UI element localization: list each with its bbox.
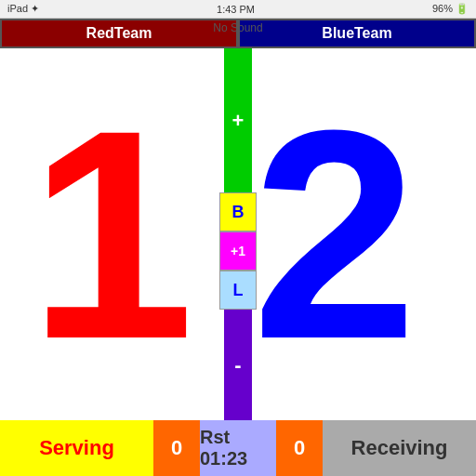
red-score-bottom[interactable]: 0 [153,420,200,476]
status-left: iPad ✦ [7,3,39,15]
timer-section[interactable]: Rst 01:23 [200,420,276,476]
l-button[interactable]: L [219,271,257,310]
status-center: 1:43 PM [217,4,255,15]
bottom-bar: Serving 0 Rst 01:23 0 Receiving [0,420,476,476]
blue-team-header[interactable]: BlueTeam [238,19,476,48]
blue-score: 2 [252,86,417,383]
team-headers: RedTeam No Sound BlueTeam [0,19,476,48]
b-label: B [232,203,245,222]
status-right: 96% 🔋 [432,3,469,15]
red-score-bottom-value: 0 [171,436,182,460]
red-team-header[interactable]: RedTeam [0,19,238,48]
l-label: L [233,281,244,300]
blue-score-bottom-value: 0 [294,436,305,460]
timer-label: Rst 01:23 [200,427,276,469]
serving-label: Serving [39,436,114,460]
plus-label: + [232,109,245,133]
blue-score-bottom[interactable]: 0 [276,420,323,476]
status-bar: iPad ✦ 1:43 PM 96% 🔋 [0,0,476,19]
receiving-label: Receiving [351,436,448,460]
receiving-section[interactable]: Receiving [323,420,476,476]
blue-team-label: BlueTeam [322,25,391,42]
minus-label: - [234,353,241,377]
red-score-area[interactable]: 1 [0,48,223,420]
main-score-area: 1 + B +1 L - 2 [0,48,476,420]
plus1-button[interactable]: +1 [219,231,257,271]
b-button[interactable]: B [219,192,257,231]
decrement-button[interactable]: - [224,310,252,420]
no-sound-label: No Sound [213,21,262,34]
center-panel: + B +1 L - [215,48,261,420]
serving-section[interactable]: Serving [0,420,153,476]
plus1-label: +1 [231,244,245,258]
red-score: 1 [29,86,194,383]
increment-button[interactable]: + [224,48,252,192]
red-team-label: RedTeam [86,25,152,42]
